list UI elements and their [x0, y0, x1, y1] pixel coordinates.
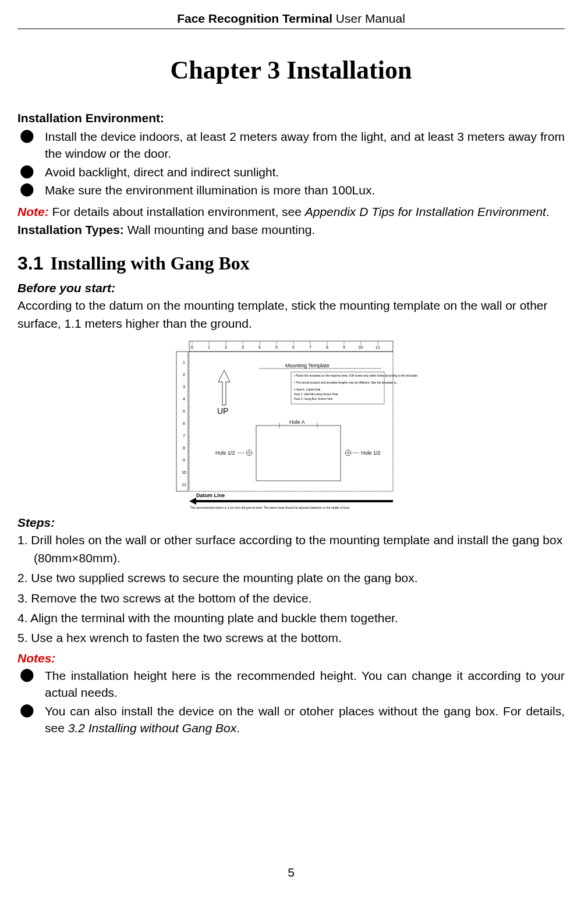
bullet-icon: ⬤ — [17, 128, 45, 143]
svg-text:Datum Line: Datum Line — [196, 492, 225, 498]
svg-text:3: 3 — [183, 385, 185, 389]
header-normal: User Manual — [332, 12, 405, 25]
svg-text:Hole 2: Gang Box Screw Hole: Hole 2: Gang Box Screw Hole — [294, 397, 333, 400]
page-number: 5 — [17, 854, 565, 880]
bullet-text: You can also install the device on the w… — [45, 703, 565, 737]
steps-list: 1. Drill holes on the wall or other surf… — [17, 531, 565, 650]
bullet-text: The installation height here is the reco… — [45, 667, 565, 701]
before-start-text: According to the datum on the mounting t… — [17, 297, 565, 332]
subsection-num: 3.1 — [17, 253, 43, 274]
svg-text:UP: UP — [217, 406, 228, 416]
svg-text:5: 5 — [183, 409, 185, 413]
svg-text:Hole 1/2: Hole 1/2 — [215, 450, 235, 456]
steps-heading: Steps: — [17, 516, 565, 530]
svg-text:Hole A: Hole A — [289, 419, 305, 425]
svg-text:1: 1 — [183, 360, 185, 364]
svg-text:3: 3 — [242, 345, 244, 349]
bullet-icon: ⬤ — [17, 703, 45, 718]
svg-text:0: 0 — [191, 345, 193, 349]
step-5: 5. Use a hex wrench to fasten the two sc… — [17, 629, 565, 647]
diagram-svg: 0 1 2 3 4 5 6 7 8 9 10 11 — [154, 338, 428, 513]
bullet-icon: ⬤ — [17, 164, 45, 179]
notes-bullet-1: ⬤ The installation height here is the re… — [17, 667, 565, 701]
notes-ref-end: . — [236, 721, 240, 735]
svg-text:1: 1 — [208, 345, 210, 349]
types-label: Installation Types: — [17, 223, 124, 236]
svg-text:9: 9 — [183, 458, 185, 462]
subsection-title: Installing with Gang Box — [50, 253, 249, 274]
page-container: Face Recognition Terminal User Manual Ch… — [0, 0, 588, 897]
note-end: . — [546, 205, 550, 218]
header-bold: Face Recognition Terminal — [177, 12, 332, 25]
before-start-heading: Before you start: — [17, 281, 565, 295]
up-arrow-icon: UP — [217, 370, 230, 416]
svg-text:8: 8 — [326, 345, 328, 349]
svg-rect-47 — [256, 426, 341, 481]
svg-text:10: 10 — [358, 345, 363, 349]
note-label: Note: — [17, 205, 49, 218]
svg-text:11: 11 — [182, 483, 186, 487]
svg-text:• The actual product and templ: • The actual product and template length… — [294, 381, 399, 384]
svg-text:Hole 1/2: Hole 1/2 — [361, 450, 381, 456]
notes-bullet-2: ⬤ You can also install the device on the… — [17, 703, 565, 737]
bullet-text: Make sure the environment illumination i… — [45, 182, 565, 198]
svg-text:7: 7 — [309, 345, 311, 349]
environment-heading: Installation Environment: — [17, 111, 565, 125]
svg-text:10: 10 — [182, 470, 186, 474]
svg-text:2: 2 — [225, 345, 227, 349]
svg-text:2: 2 — [183, 373, 185, 377]
svg-text:11: 11 — [376, 345, 380, 349]
note-text: For details about installation environme… — [49, 205, 305, 218]
svg-text:5: 5 — [275, 345, 278, 349]
svg-text:6: 6 — [292, 345, 295, 349]
bullet-text: Install the device indoors, at least 2 m… — [45, 128, 565, 162]
note-ref: Appendix D Tips for Installation Environ… — [305, 205, 546, 218]
chapter-title: Chapter 3 Installation — [17, 55, 565, 85]
notes-bullets: ⬤ The installation height here is the re… — [17, 667, 565, 738]
step-3: 3. Remove the two screws at the bottom o… — [17, 590, 565, 607]
notes-ref: 3.2 Installing without Gang Box — [68, 721, 237, 735]
subsection-3-1: 3.1Installing with Gang Box — [17, 253, 565, 274]
svg-text:8: 8 — [183, 446, 185, 450]
svg-text:9: 9 — [343, 345, 345, 349]
svg-text:• Paste this template on the r: • Paste this template on the required ar… — [294, 374, 418, 377]
svg-text:4: 4 — [258, 345, 261, 349]
env-bullet-3: ⬤ Make sure the environment illumination… — [17, 182, 565, 198]
svg-text:Mounting Template: Mounting Template — [285, 363, 330, 368]
notes-heading: Notes: — [17, 651, 565, 665]
step-1: 1. Drill holes on the wall or other surf… — [17, 531, 565, 567]
step-4: 4. Align the terminal with the mounting … — [17, 609, 565, 627]
svg-text:6: 6 — [183, 421, 185, 426]
page-header: Face Recognition Terminal User Manual — [17, 12, 565, 29]
svg-text:Hole 1: Wall Mounting Screw Ho: Hole 1: Wall Mounting Screw Hole — [294, 392, 338, 396]
env-bullet-2: ⬤ Avoid backlight, direct and indirect s… — [17, 164, 565, 180]
bullet-icon: ⬤ — [17, 667, 45, 682]
types-text: Wall mounting and base mounting. — [124, 223, 315, 236]
svg-text:The recommended datum is 1.1m : The recommended datum is 1.1m from the g… — [190, 506, 350, 509]
bullet-text: Avoid backlight, direct and indirect sun… — [45, 164, 565, 180]
bullet-icon: ⬤ — [17, 182, 45, 197]
env-note-line: Note: For details about installation env… — [17, 203, 565, 220]
svg-text:7: 7 — [183, 434, 185, 438]
environment-bullets: ⬤ Install the device indoors, at least 2… — [17, 128, 565, 200]
env-bullet-1: ⬤ Install the device indoors, at least 2… — [17, 128, 565, 162]
step-2: 2. Use two supplied screws to secure the… — [17, 569, 565, 587]
svg-text:4: 4 — [183, 397, 185, 401]
svg-text:• Hole A: Cable Hole: • Hole A: Cable Hole — [294, 388, 321, 391]
mounting-template-diagram: 0 1 2 3 4 5 6 7 8 9 10 11 — [17, 338, 565, 513]
types-line: Installation Types: Wall mounting and ba… — [17, 221, 565, 238]
